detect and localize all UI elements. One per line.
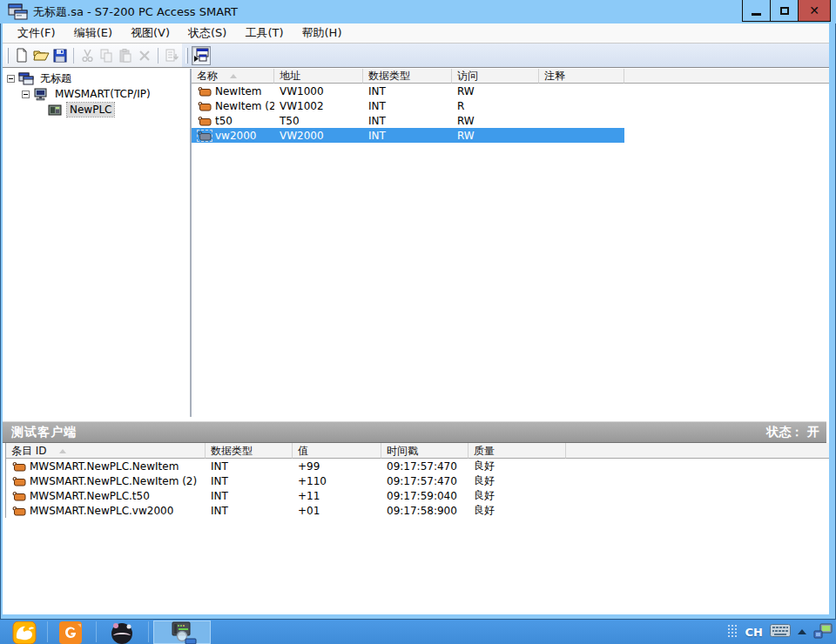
toolbar-grip[interactable]: [6, 48, 9, 64]
taskbar-avatar-app-button[interactable]: [101, 621, 143, 644]
taskbar-pc-access-button[interactable]: [153, 621, 211, 644]
sort-ascending-icon: [230, 74, 237, 78]
close-icon: ✕: [809, 4, 819, 17]
item-tag-icon: [198, 101, 212, 111]
delete-button[interactable]: [135, 46, 154, 65]
project-tree: 无标题 MWSMART(TCP/IP) NewPLC: [3, 69, 188, 417]
uc-browser-icon: [12, 621, 37, 644]
column-header-quality[interactable]: 质量: [469, 443, 566, 459]
symbol-row[interactable]: NewItem VW1000 INT RW: [192, 84, 829, 98]
minimize-icon: [752, 13, 761, 16]
tree-label-station: MWSMART(TCP/IP): [52, 87, 153, 101]
column-header-name[interactable]: 名称: [192, 69, 274, 84]
column-header-address[interactable]: 地址: [274, 69, 363, 84]
menu-view[interactable]: 视图(V): [123, 23, 178, 44]
tree-item-station[interactable]: MWSMART(TCP/IP): [22, 86, 153, 102]
touch-keyboard-dots-icon[interactable]: [728, 625, 738, 639]
network-status-icon[interactable]: [813, 623, 833, 641]
taskbar: CH: [0, 620, 836, 644]
monitor-row[interactable]: MWSMART.NewPLC.t50 INT +11 09:17:59:040 …: [6, 488, 829, 503]
copy-button[interactable]: [97, 46, 116, 65]
tree-label-plc: NewPLC: [67, 103, 114, 117]
pc-access-smart-icon: [167, 621, 197, 644]
cut-button[interactable]: [78, 46, 97, 65]
item-tag-icon: [198, 131, 212, 141]
collapse-icon[interactable]: [22, 91, 30, 98]
toolbar-test-client-section: [182, 44, 829, 67]
cut-icon: [81, 49, 94, 63]
test-client-status: 状态： 开: [766, 425, 819, 440]
save-button[interactable]: [51, 46, 70, 65]
plc-icon: [48, 104, 64, 117]
tree-item-project[interactable]: 无标题: [7, 70, 74, 86]
item-tag-icon: [12, 506, 26, 516]
menu-help[interactable]: 帮助(H): [294, 23, 350, 44]
column-header-value[interactable]: 值: [293, 443, 381, 459]
paste-button[interactable]: [116, 46, 135, 65]
monitor-row[interactable]: MWSMART.NewPLC.vw2000 INT +01 09:17:58:9…: [6, 503, 829, 518]
system-tray: CH: [728, 620, 833, 644]
copy-icon: [99, 49, 113, 63]
symbols-table: 名称 地址 数据类型 访问 注释 NewItem VW1000 INT RW N…: [190, 69, 829, 417]
export-list-button[interactable]: [162, 46, 181, 65]
test-client-title: 测试客户端: [11, 425, 77, 440]
status-value: 开: [807, 425, 819, 439]
column-header-access[interactable]: 访问: [452, 69, 539, 84]
tree-item-plc[interactable]: NewPLC: [48, 102, 114, 117]
column-header-filler: [624, 69, 829, 84]
test-client-table: 条目 ID 数据类型 值 时间戳 质量 MWSMART.NewPLC.NewIt…: [5, 443, 829, 518]
column-header-datatype[interactable]: 数据类型: [363, 69, 452, 84]
column-header-datatype[interactable]: 数据类型: [206, 443, 293, 459]
paste-icon: [118, 49, 132, 63]
export-list-icon: [165, 49, 179, 63]
item-tag-icon: [12, 491, 26, 501]
symbol-row[interactable]: t50 T50 INT RW: [192, 113, 829, 128]
item-tag-icon: [12, 476, 26, 486]
window-controls: ✕: [743, 0, 831, 22]
open-file-icon: [33, 49, 50, 62]
taskbar-uc-browser-button[interactable]: [5, 621, 44, 644]
menu-tools[interactable]: 工具(T): [237, 23, 291, 44]
column-header-item-id[interactable]: 条目 ID: [6, 443, 206, 459]
symbols-table-header: 名称 地址 数据类型 访问 注释: [192, 69, 829, 84]
column-header-filler: [566, 443, 829, 459]
menu-status[interactable]: 状态(S): [180, 23, 234, 44]
menu-edit[interactable]: 编辑(E): [66, 23, 120, 44]
toolbar-separator: [73, 48, 74, 64]
input-language-indicator[interactable]: CH: [745, 626, 763, 639]
maximize-button[interactable]: [770, 0, 799, 22]
project-icon: [18, 72, 34, 85]
app-icon: [8, 3, 29, 20]
open-file-button[interactable]: [31, 46, 51, 65]
toolbar-grip[interactable]: [185, 48, 188, 64]
app-window: 无标题.sa - S7-200 PC Access SMART ✕ 文件(F) …: [0, 0, 836, 620]
column-header-comment[interactable]: 注释: [539, 69, 624, 84]
test-client-header: 测试客户端 状态： 开: [3, 421, 826, 443]
collapse-icon[interactable]: [7, 75, 15, 83]
taskbar-g-browser-button[interactable]: [51, 621, 91, 644]
test-client-table-header: 条目 ID 数据类型 值 时间戳 质量: [6, 443, 829, 459]
taskbar-separator: [148, 621, 149, 642]
monitor-row[interactable]: MWSMART.NewPLC.NewItem INT +99 09:17:57:…: [6, 459, 829, 473]
symbol-row[interactable]: NewItem (2) VW1002 INT R: [192, 98, 829, 113]
toolbar-separator: [158, 48, 158, 64]
menu-file[interactable]: 文件(F): [10, 23, 64, 44]
monitor-row[interactable]: MWSMART.NewPLC.NewItem (2) INT +110 09:1…: [6, 473, 829, 488]
keyboard-icon[interactable]: [770, 624, 791, 640]
symbol-row-selected[interactable]: vw2000 VW2000 INT RW: [192, 128, 624, 143]
show-hidden-icons-chevron[interactable]: [798, 629, 806, 634]
new-file-button[interactable]: [12, 46, 31, 65]
minimize-button[interactable]: [742, 0, 771, 22]
maximize-icon: [780, 7, 789, 15]
test-client-toggle-button[interactable]: [192, 46, 211, 65]
sort-ascending-icon: [59, 449, 66, 453]
content-area: 无标题 MWSMART(TCP/IP) NewPLC 名称 地址 数据: [3, 67, 829, 614]
item-tag-icon: [12, 461, 26, 472]
close-button[interactable]: ✕: [798, 0, 831, 22]
delete-icon: [138, 50, 151, 62]
toolbar: [3, 44, 829, 67]
item-tag-icon: [198, 116, 212, 126]
new-file-icon: [15, 48, 29, 63]
column-header-timestamp[interactable]: 时间戳: [381, 443, 469, 459]
taskbar-separator: [96, 621, 97, 642]
